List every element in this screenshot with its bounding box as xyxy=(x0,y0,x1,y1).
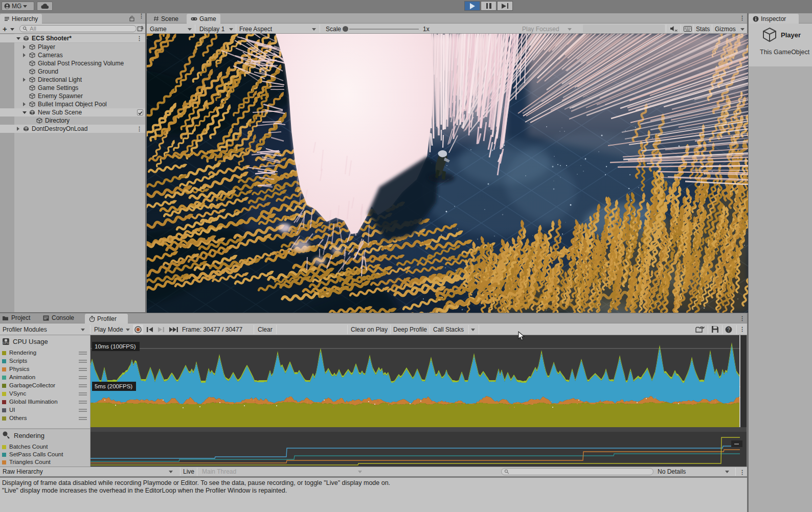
svg-text:?: ? xyxy=(727,327,730,333)
svg-text:10ms (100FPS): 10ms (100FPS) xyxy=(95,343,136,350)
svg-text:CPU: CPU xyxy=(3,341,9,344)
svg-text:5ms (200FPS): 5ms (200FPS) xyxy=(95,383,132,389)
